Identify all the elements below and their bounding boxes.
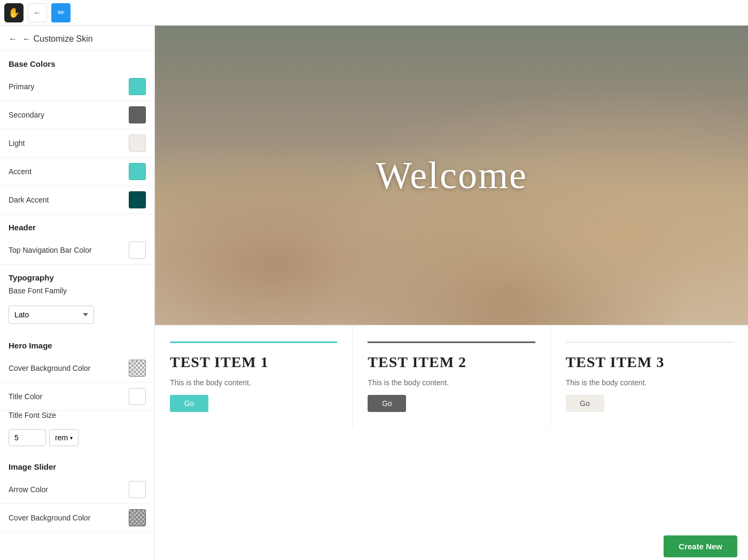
arrow-color-label: Arrow Color (9, 485, 48, 494)
hero-title-color-row: Title Color (0, 383, 154, 411)
edit-icon: ✏ (58, 7, 65, 18)
back-icon: ← (33, 8, 42, 18)
arrow-color-row: Arrow Color (0, 476, 154, 504)
hero-title-color-swatch[interactable] (129, 388, 146, 405)
logo-icon: ✋ (8, 7, 20, 19)
top-nav-bar-color-row: Top Navigation Bar Color (0, 236, 154, 265)
dark-accent-color-row: Dark Accent (0, 186, 154, 214)
secondary-label: Secondary (9, 111, 44, 119)
item-card-2: TEST ITEM 2 This is the body content. Go (353, 325, 550, 427)
font-family-wrapper: Lato Roboto Open Sans Montserrat Raleway (0, 301, 154, 332)
top-nav-bar-swatch[interactable] (129, 242, 146, 259)
item-3-title: TEST ITEM 3 (566, 354, 733, 371)
primary-label: Primary (9, 82, 34, 91)
dark-accent-label: Dark Accent (9, 196, 49, 204)
font-size-unit-selector[interactable]: rem ▾ (49, 429, 79, 446)
top-nav-bar-label: Top Navigation Bar Color (9, 246, 92, 254)
item-1-body: This is the body content. (170, 377, 337, 388)
toolbar: ✋ ← ✏ (0, 0, 748, 26)
main-layout: ← ← Customize Skin Base Colors Primary S… (0, 26, 748, 560)
header-title: Header (0, 214, 154, 236)
font-size-unit-label: rem (55, 433, 68, 442)
slider-cover-bg-swatch[interactable] (129, 509, 146, 526)
item-2-go-button[interactable]: Go (368, 395, 406, 412)
edit-button[interactable]: ✏ (51, 3, 71, 22)
primary-swatch[interactable] (129, 78, 146, 95)
title-font-size-label: Title Font Size (9, 411, 146, 419)
slider-cover-bg-color-row: Cover Background Color (0, 504, 154, 532)
bottom-bar: Create New (155, 532, 748, 560)
items-grid: TEST ITEM 1 This is the body content. Go… (155, 325, 748, 427)
hero-title-color-label: Title Color (9, 392, 42, 401)
slider-cover-bg-label: Cover Background Color (9, 514, 90, 522)
item-3-accent-line (566, 341, 733, 343)
light-color-row: Light (0, 129, 154, 158)
customize-skin-link[interactable]: ← ← Customize Skin (0, 26, 154, 51)
hero-cover-bg-label: Cover Background Color (9, 364, 90, 372)
hero-title: Welcome (376, 153, 527, 198)
item-card-1: TEST ITEM 1 This is the body content. Go (155, 325, 353, 427)
hero-image: Welcome (155, 26, 748, 325)
typography-title: Typography (0, 265, 154, 286)
accent-label: Accent (9, 167, 32, 176)
chevron-down-icon: ▾ (70, 435, 73, 441)
hero-cover-bg-color-row: Cover Background Color (0, 354, 154, 383)
font-family-select[interactable]: Lato Roboto Open Sans Montserrat Raleway (9, 306, 94, 324)
arrow-color-swatch[interactable] (129, 481, 146, 498)
sidebar: ← ← Customize Skin Base Colors Primary S… (0, 26, 155, 560)
item-2-accent-line (368, 341, 535, 343)
accent-color-row: Accent (0, 158, 154, 186)
font-family-label: Base Font Family (9, 286, 146, 295)
create-new-button[interactable]: Create New (664, 535, 737, 557)
item-2-body: This is the body content. (368, 377, 535, 388)
item-3-body: This is the body content. (566, 377, 733, 388)
title-font-size-input[interactable] (9, 429, 46, 446)
light-label: Light (9, 139, 25, 147)
bottom-spacer (155, 427, 748, 459)
hero-cover-bg-swatch[interactable] (129, 360, 146, 377)
secondary-color-row: Secondary (0, 101, 154, 129)
customize-skin-label: ← Customize Skin (22, 34, 93, 44)
item-1-accent-line (170, 341, 337, 343)
content-area: Welcome TEST ITEM 1 This is the body con… (155, 26, 748, 560)
app-logo[interactable]: ✋ (4, 3, 24, 22)
base-colors-title: Base Colors (0, 51, 154, 73)
light-swatch[interactable] (129, 135, 146, 152)
hero-image-title: Hero Image (0, 332, 154, 354)
primary-color-row: Primary (0, 73, 154, 101)
item-1-go-button[interactable]: Go (170, 395, 208, 412)
arrow-left-icon: ← (9, 34, 17, 44)
image-slider-title: Image Slider (0, 454, 154, 476)
back-button[interactable]: ← (28, 3, 47, 22)
item-1-title: TEST ITEM 1 (170, 354, 337, 371)
accent-swatch[interactable] (129, 163, 146, 180)
title-font-size-row: rem ▾ (0, 425, 154, 454)
item-card-3: TEST ITEM 3 This is the body content. Go (551, 325, 748, 427)
dark-accent-swatch[interactable] (129, 191, 146, 208)
item-3-go-button[interactable]: Go (566, 395, 604, 412)
item-2-title: TEST ITEM 2 (368, 354, 535, 371)
secondary-swatch[interactable] (129, 106, 146, 123)
